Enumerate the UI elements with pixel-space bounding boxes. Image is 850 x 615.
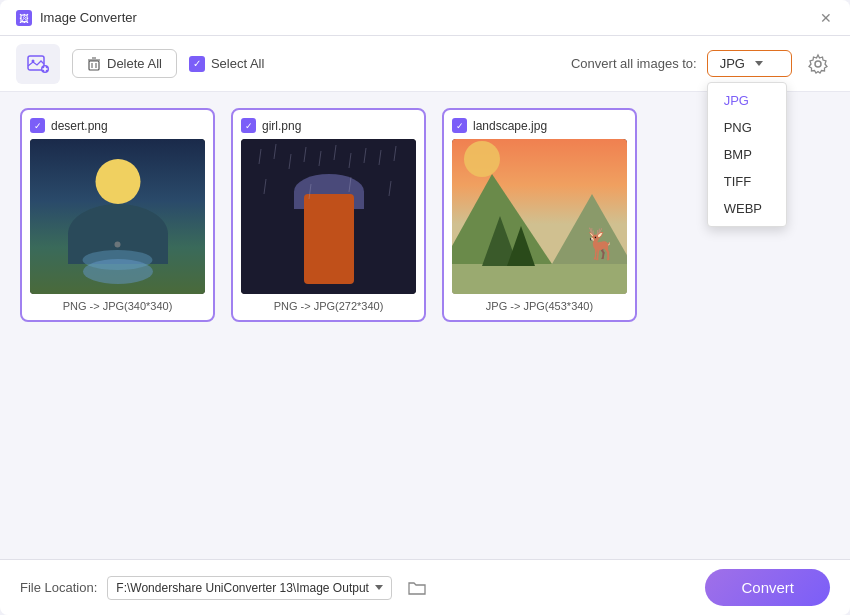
desert-scene: [30, 139, 205, 294]
svg-line-19: [319, 151, 321, 166]
svg-line-21: [349, 153, 351, 168]
card-image-girl: [241, 139, 416, 294]
svg-line-28: [389, 181, 391, 196]
check-icon: ✓: [189, 56, 205, 72]
svg-line-26: [309, 184, 311, 199]
app-icon: 🖼: [16, 10, 32, 26]
card-image-desert: [30, 139, 205, 294]
format-option-tiff[interactable]: TIFF: [708, 168, 786, 195]
svg-point-14: [115, 241, 121, 247]
card-conversion-landscape: JPG -> JPG(453*340): [452, 300, 627, 312]
svg-line-24: [394, 146, 396, 161]
folder-icon: [408, 580, 426, 596]
card-filename-girl: girl.png: [262, 119, 301, 133]
svg-line-18: [304, 147, 306, 162]
format-selector[interactable]: JPG JPG PNG BMP TIFF WEBP: [707, 50, 792, 77]
file-path-select[interactable]: F:\Wondershare UniConverter 13\Image Out…: [107, 576, 392, 600]
window-title: Image Converter: [40, 10, 137, 25]
image-card-girl: ✓ girl.png: [231, 108, 426, 322]
convert-button[interactable]: Convert: [705, 569, 830, 606]
file-path-text: F:\Wondershare UniConverter 13\Image Out…: [116, 581, 369, 595]
svg-line-16: [274, 144, 276, 159]
landscape-svg: 🦌: [452, 139, 627, 294]
toolbar: Delete All ✓ Select All Convert all imag…: [0, 36, 850, 92]
file-location-label: File Location:: [20, 580, 97, 595]
svg-line-23: [379, 150, 381, 165]
selected-format: JPG: [720, 56, 745, 71]
landscape-scene: 🦌: [452, 139, 627, 294]
title-bar-left: 🖼 Image Converter: [16, 10, 137, 26]
svg-point-13: [83, 250, 153, 270]
deer-emoji: 🦌: [582, 226, 620, 262]
card-header-girl: ✓ girl.png: [241, 118, 416, 133]
card-filename-desert: desert.png: [51, 119, 108, 133]
svg-point-29: [464, 141, 500, 177]
title-bar: 🖼 Image Converter ✕: [0, 0, 850, 36]
svg-line-22: [364, 148, 366, 163]
card-image-landscape: 🦌: [452, 139, 627, 294]
card-conversion-girl: PNG -> JPG(272*340): [241, 300, 416, 312]
footer: File Location: F:\Wondershare UniConvert…: [0, 559, 850, 615]
card-checkbox-girl[interactable]: ✓: [241, 118, 256, 133]
format-option-bmp[interactable]: BMP: [708, 141, 786, 168]
delete-all-button[interactable]: Delete All: [72, 49, 177, 78]
select-all-button[interactable]: ✓ Select All: [189, 56, 264, 72]
add-image-icon: [26, 52, 50, 76]
select-all-label: Select All: [211, 56, 264, 71]
svg-line-15: [259, 149, 261, 164]
trash-icon: [87, 57, 101, 71]
svg-rect-7: [89, 61, 99, 70]
convert-button-label: Convert: [741, 579, 794, 596]
browse-folder-button[interactable]: [402, 573, 432, 603]
card-filename-landscape: landscape.jpg: [473, 119, 547, 133]
convert-all-label: Convert all images to:: [571, 56, 697, 71]
card-checkbox-desert[interactable]: ✓: [30, 118, 45, 133]
card-header-desert: ✓ desert.png: [30, 118, 205, 133]
file-path-chevron: [375, 585, 383, 590]
card-conversion-desert: PNG -> JPG(340*340): [30, 300, 205, 312]
image-card-landscape: ✓ landscape.jpg 🦌: [442, 108, 637, 322]
desert-svg: [30, 139, 205, 294]
close-button[interactable]: ✕: [818, 10, 834, 26]
girl-scene: [241, 139, 416, 294]
image-card-desert: ✓ desert.png PNG -> JPG(340*340): [20, 108, 215, 322]
delete-all-label: Delete All: [107, 56, 162, 71]
format-option-jpg[interactable]: JPG: [708, 87, 786, 114]
svg-line-27: [349, 177, 351, 192]
main-window: 🖼 Image Converter ✕: [0, 0, 850, 615]
format-dropdown: JPG PNG BMP TIFF WEBP: [707, 82, 787, 227]
settings-icon: [807, 53, 829, 75]
add-image-button[interactable]: [16, 44, 60, 84]
rain-svg: [241, 139, 416, 294]
svg-line-17: [289, 154, 291, 169]
card-checkbox-landscape[interactable]: ✓: [452, 118, 467, 133]
chevron-down-icon: [755, 61, 763, 66]
svg-line-25: [264, 179, 266, 194]
toolbar-right: Convert all images to: JPG JPG PNG BMP T…: [571, 48, 834, 80]
svg-line-20: [334, 145, 336, 160]
settings-button[interactable]: [802, 48, 834, 80]
card-header-landscape: ✓ landscape.jpg: [452, 118, 627, 133]
svg-point-12: [815, 61, 821, 67]
format-option-webp[interactable]: WEBP: [708, 195, 786, 222]
format-select-button[interactable]: JPG: [707, 50, 792, 77]
format-option-png[interactable]: PNG: [708, 114, 786, 141]
svg-text:🖼: 🖼: [19, 13, 29, 24]
